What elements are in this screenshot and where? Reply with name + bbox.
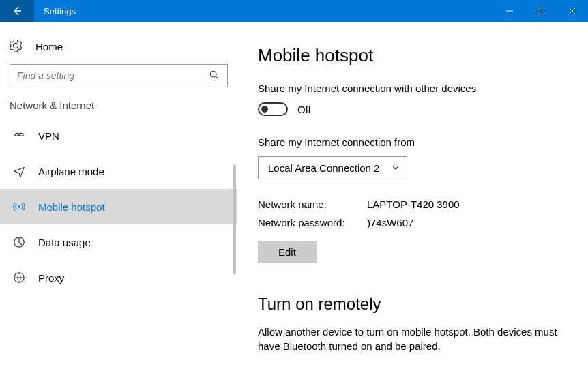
network-name-value: LAPTOP-T420 3900 (367, 198, 460, 210)
home-link[interactable]: Home (0, 31, 237, 61)
connection-dropdown[interactable]: Local Area Connection 2 (258, 156, 407, 179)
maximize-icon (538, 8, 544, 14)
search-icon (209, 70, 220, 82)
network-password-value: )74sW607 (367, 217, 413, 228)
sidebar: Home Network & Internet VPN Airplane (0, 22, 237, 371)
airplane-icon (12, 165, 26, 177)
close-button[interactable] (557, 0, 588, 22)
share-from-label: Share my Internet connection from (258, 136, 570, 148)
sidebar-item-vpn[interactable]: VPN (0, 118, 237, 153)
category-header: Network & Internet (0, 95, 237, 118)
vpn-icon (12, 130, 26, 142)
sidebar-item-label: Mobile hotspot (38, 201, 105, 213)
home-label: Home (35, 41, 63, 53)
data-usage-icon (12, 236, 26, 248)
network-password-label: Network password: (258, 217, 367, 228)
toggle-state-label: Off (297, 104, 311, 115)
sidebar-item-mobile-hotspot[interactable]: Mobile hotspot (0, 189, 237, 224)
dropdown-selected-value: Local Area Connection 2 (268, 162, 379, 174)
sidebar-scrollbar-track[interactable] (231, 158, 237, 371)
globe-icon (12, 271, 26, 284)
network-name-label: Network name: (258, 198, 367, 210)
svg-point-1 (210, 71, 216, 77)
share-toggle[interactable] (258, 102, 288, 116)
page-title: Mobile hotspot (258, 45, 570, 66)
sidebar-item-airplane-mode[interactable]: Airplane mode (0, 153, 237, 189)
sidebar-item-proxy[interactable]: Proxy (0, 260, 237, 295)
svg-rect-0 (538, 8, 544, 14)
window-title: Settings (34, 6, 76, 16)
remote-heading: Turn on remotely (258, 295, 570, 314)
toggle-knob (261, 106, 268, 113)
gear-icon (10, 40, 23, 54)
share-connection-label: Share my Internet connection with other … (258, 83, 570, 94)
search-input[interactable] (10, 64, 228, 87)
svg-point-2 (18, 206, 20, 208)
minimize-button[interactable] (494, 0, 525, 22)
sidebar-scrollbar-thumb[interactable] (233, 165, 236, 274)
edit-button[interactable]: Edit (258, 241, 317, 263)
chevron-down-icon (392, 162, 400, 174)
sidebar-item-label: Airplane mode (38, 166, 104, 177)
main-panel: Mobile hotspot Share my Internet connect… (237, 22, 588, 371)
close-icon (569, 8, 576, 14)
search-field[interactable] (17, 70, 209, 81)
sidebar-item-label: VPN (38, 130, 59, 142)
sidebar-item-label: Proxy (38, 272, 64, 284)
hotspot-icon (12, 201, 26, 213)
maximize-button[interactable] (525, 0, 557, 22)
sidebar-item-data-usage[interactable]: Data usage (0, 224, 237, 260)
minimize-icon (506, 8, 513, 14)
remote-description: Allow another device to turn on mobile h… (258, 325, 570, 353)
back-button[interactable] (0, 0, 34, 22)
sidebar-item-label: Data usage (38, 237, 91, 248)
back-arrow-icon (12, 5, 23, 16)
